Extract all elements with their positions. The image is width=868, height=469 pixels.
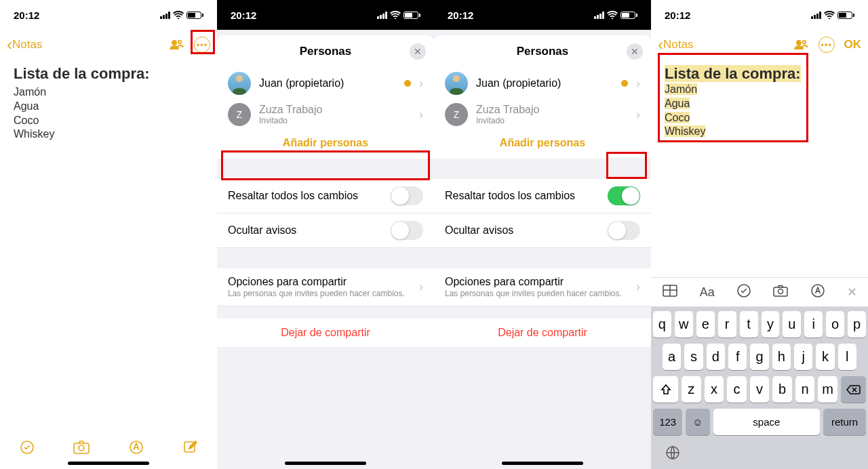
markup-icon[interactable] (810, 283, 825, 301)
key-a[interactable]: a (663, 344, 681, 370)
key-z[interactable]: z (682, 376, 701, 403)
share-options-row[interactable]: Opciones para compartirLas personas que … (217, 268, 434, 306)
key-backspace[interactable] (841, 376, 866, 403)
more-button[interactable]: ••• (194, 37, 210, 53)
person-guest-row[interactable]: Z Zuza TrabajoInvitado › (434, 99, 651, 130)
key-x[interactable]: x (705, 376, 724, 403)
person-guest-row[interactable]: Z Zuza TrabajoInvitado › (217, 99, 434, 130)
status-bar: 20:12 (217, 0, 434, 30)
key-s[interactable]: s (684, 344, 703, 370)
status-right (377, 11, 420, 19)
home-indicator[interactable] (285, 462, 366, 465)
note-line: Coco (665, 111, 854, 125)
setting-sublabel: Las personas que invites pueden hacer ca… (445, 289, 622, 298)
person-owner-row[interactable]: Juan (propietario) › (434, 68, 651, 99)
back-button[interactable]: ‹Notas (658, 35, 693, 54)
key-h[interactable]: h (772, 344, 791, 370)
highlight-toggle[interactable] (391, 186, 423, 205)
dismiss-icon[interactable]: ✕ (847, 285, 857, 300)
key-c[interactable]: c (727, 376, 747, 403)
camera-icon[interactable] (73, 439, 90, 458)
close-button[interactable]: ✕ (627, 43, 643, 60)
key-k[interactable]: k (816, 344, 834, 370)
highlight-changes-row: Resaltar todos los cambios (434, 179, 651, 213)
home-indicator[interactable] (502, 462, 583, 465)
key-l[interactable]: l (838, 344, 856, 370)
key-w[interactable]: w (675, 311, 693, 338)
key-p[interactable]: p (848, 311, 866, 338)
format-icon[interactable]: Aa (700, 285, 715, 300)
table-icon[interactable] (662, 284, 678, 300)
key-y[interactable]: y (762, 311, 780, 338)
key-shift[interactable] (653, 376, 678, 403)
owner-dot-icon (404, 80, 411, 87)
key-t[interactable]: t (740, 311, 758, 338)
chevron-right-icon: › (419, 108, 423, 122)
highlight-changes-row: Resaltar todos los cambios (217, 179, 434, 213)
key-g[interactable]: g (750, 344, 768, 370)
highlight-toggle[interactable] (608, 186, 640, 205)
keyboard-globe-row (651, 439, 868, 469)
back-label: Notas (663, 38, 693, 52)
person-name: Juan (propietario) (259, 77, 396, 89)
status-right (811, 11, 854, 19)
hide-toggle[interactable] (608, 221, 640, 240)
key-m[interactable]: m (818, 376, 837, 403)
key-q[interactable]: q (653, 311, 671, 338)
key-v[interactable]: v (750, 376, 770, 403)
wifi-icon (607, 11, 618, 19)
hide-toggle[interactable] (391, 221, 423, 240)
key-e[interactable]: e (696, 311, 715, 338)
key-123[interactable]: 123 (653, 409, 682, 435)
key-u[interactable]: u (783, 311, 801, 338)
setting-label: Resaltar todos los cambios (445, 190, 575, 202)
share-people-icon[interactable] (793, 37, 809, 53)
ok-button[interactable]: OK (844, 38, 862, 52)
key-emoji[interactable]: ☺ (686, 409, 709, 435)
note-line: Whiskey (14, 127, 203, 142)
svg-point-12 (778, 289, 783, 294)
key-f[interactable]: f (728, 344, 747, 370)
wifi-icon (390, 11, 401, 19)
add-people-button[interactable]: Añadir personas (434, 130, 651, 159)
key-return[interactable]: return (823, 409, 866, 435)
key-d[interactable]: d (707, 344, 725, 370)
checklist-icon[interactable] (19, 439, 35, 458)
hide-notices-row: Ocultar avisos (434, 213, 651, 248)
person-name: Zuza Trabajo (476, 104, 628, 116)
key-space[interactable]: space (713, 409, 820, 435)
compose-icon[interactable] (182, 439, 198, 458)
markup-icon[interactable] (128, 439, 144, 458)
nav-bar: ‹Notas ••• (0, 30, 217, 60)
key-i[interactable]: i (804, 311, 823, 338)
add-people-button[interactable]: Añadir personas (217, 130, 434, 159)
back-button[interactable]: ‹Notas (7, 35, 42, 54)
setting-label: Ocultar avisos (228, 224, 296, 237)
close-button[interactable]: ✕ (410, 43, 426, 60)
ellipsis-icon: ••• (194, 37, 210, 53)
signal-icon (811, 12, 821, 19)
sheet-title: Personas (300, 45, 352, 58)
stop-sharing-button[interactable]: Dejar de compartir (434, 319, 651, 347)
share-options-row[interactable]: Opciones para compartirLas personas que … (434, 268, 651, 306)
key-b[interactable]: b (772, 376, 792, 403)
owner-dot-icon (621, 80, 628, 87)
camera-icon[interactable] (772, 284, 789, 300)
stop-sharing-button[interactable]: Dejar de compartir (217, 319, 434, 347)
more-button[interactable]: ••• (818, 37, 835, 53)
globe-icon[interactable] (665, 445, 681, 464)
wifi-icon (824, 11, 835, 19)
person-owner-row[interactable]: Juan (propietario) › (217, 68, 434, 99)
screen-people-off: 20:12 Personas ✕ Juan (propietario) › Z … (217, 0, 434, 469)
note-content[interactable]: Lista de la compra: Jamón Agua Coco Whis… (0, 60, 217, 469)
key-j[interactable]: j (794, 344, 812, 370)
avatar-guest: Z (445, 103, 468, 126)
share-people-icon[interactable] (168, 37, 184, 53)
home-indicator[interactable] (68, 462, 149, 465)
key-n[interactable]: n (795, 376, 815, 403)
avatar-guest: Z (228, 103, 251, 126)
checklist-icon[interactable] (736, 283, 751, 301)
key-r[interactable]: r (718, 311, 736, 338)
person-name: Zuza Trabajo (259, 104, 411, 116)
key-o[interactable]: o (826, 311, 844, 338)
